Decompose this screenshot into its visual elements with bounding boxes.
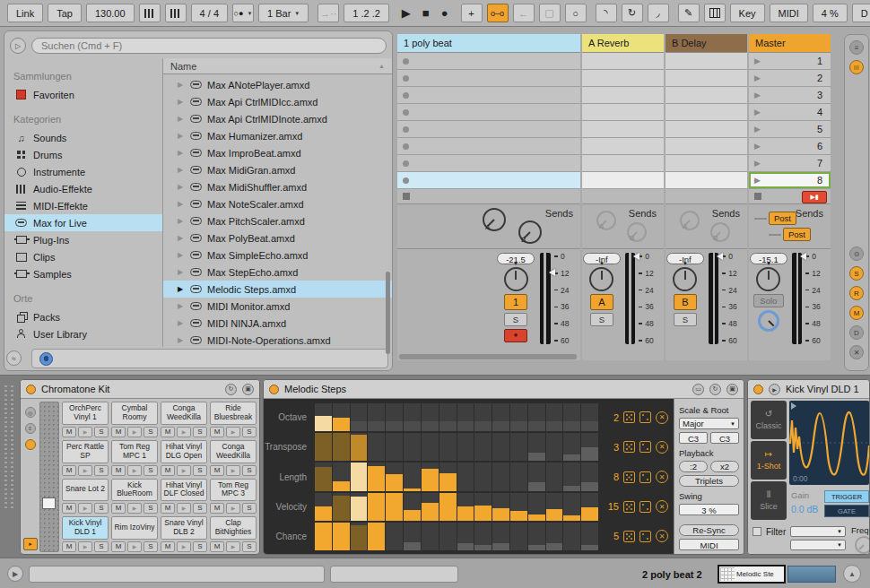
solo-button[interactable]: S [674,313,697,326]
trigger-mode-button[interactable]: TRIGGER [824,490,869,503]
arrangement-position-display[interactable]: 1 . 2 . 2 [344,4,389,22]
drum-pad-cymbal-roomy[interactable]: Cymbal RoomyM▶S [111,402,158,437]
step-cell[interactable] [510,493,527,521]
step-cell[interactable] [315,523,332,550]
post-toggle-button[interactable]: Post [769,212,796,225]
pad-preview-button[interactable]: ▶ [127,541,142,552]
file-row[interactable]: ▶Max ImproBeat.amxd [163,144,392,161]
step-cell[interactable] [422,463,439,490]
pad-solo-button[interactable]: S [94,541,109,552]
pad-mute-button[interactable]: M [210,465,224,476]
step-cell[interactable] [368,403,385,431]
clip-slot[interactable] [666,104,747,121]
punch-in-button[interactable]: ◝ [596,4,617,22]
step-cell[interactable] [404,433,421,461]
sidebar-item-packs[interactable]: Packs [4,308,162,325]
track-header-a-reverb[interactable]: A Reverb [582,34,664,53]
step-cell[interactable] [404,523,421,550]
scene-play-icon[interactable]: ▶ [754,91,761,99]
step-cell[interactable] [492,523,509,550]
drum-pad-conga-weedkilla[interactable]: Conga WeedKillaM▶S [161,402,207,437]
clear-row-icon[interactable]: ✕ [656,411,668,424]
step-cell[interactable] [439,523,457,550]
expand-arrow-icon[interactable]: ▶ [178,302,185,310]
send-a-knob[interactable]: A [596,211,616,230]
file-list-header[interactable]: Name ▲ [163,58,392,74]
arm-record-button[interactable]: ● [504,329,527,342]
scene-slot[interactable]: ▶3 [749,87,831,104]
step-cell[interactable] [563,523,580,550]
step-cell[interactable] [528,433,545,461]
step-cell[interactable] [422,403,439,431]
step-cell[interactable] [386,433,403,461]
pad-preview-button[interactable]: ▶ [78,465,92,476]
step-cell[interactable] [368,523,385,550]
draw-mode-button[interactable]: ✎ [678,4,700,22]
expand-arrow-icon[interactable]: ▶ [178,285,185,293]
scene-slot[interactable]: ▶6 [749,138,831,155]
clip-slot[interactable] [666,53,747,70]
step-cell[interactable] [474,523,492,550]
pad-solo-button[interactable]: S [94,465,109,476]
clear-row-icon[interactable]: ✕ [656,441,668,454]
resync-button[interactable]: Re-Sync [679,524,739,536]
show-mixer-strip-icon[interactable]: ||| [849,60,864,74]
clip-slot[interactable] [397,70,580,87]
drum-pad-orchperc-vinyl-1[interactable]: OrchPerc Vinyl 1M▶S [62,402,109,437]
step-cell[interactable] [528,523,545,550]
filter-checkbox[interactable] [753,527,761,536]
status-play-icon[interactable]: ▶ [7,566,23,582]
step-cell[interactable] [492,493,509,521]
clip-slot[interactable] [666,121,747,138]
show-io-icon[interactable]: ⊙ [849,246,864,261]
cpu-meter[interactable]: 4 % [813,4,848,22]
file-row[interactable]: ▶Max PolyBeat.amxd [163,229,392,246]
step-cell[interactable] [510,463,527,490]
step-cell[interactable] [386,493,403,521]
track-activator-button[interactable]: A [590,294,613,310]
step-cell[interactable] [457,403,474,431]
nudge-up-button[interactable] [165,4,187,22]
post-toggle-button[interactable]: Post [783,228,811,241]
tab-one-shot[interactable]: ↦1-Shot [751,441,787,480]
pad-preview-button[interactable]: ▶ [226,503,240,514]
pad-solo-button[interactable]: S [144,503,158,514]
step-cell[interactable] [333,493,350,521]
sidebar-item-samples[interactable]: Samples [4,265,162,282]
pad-bank-selector[interactable] [42,497,56,509]
pad-mute-button[interactable]: M [210,503,224,514]
step-cell[interactable] [474,463,492,490]
expand-arrow-icon[interactable]: ▶ [178,234,185,242]
step-cell[interactable] [492,463,509,490]
clear-row-icon[interactable]: ✕ [656,530,668,542]
file-row[interactable]: ▶Max Humanizer.amxd [163,127,392,144]
step-cell[interactable] [546,463,563,490]
clip-slot[interactable] [397,53,580,70]
step-cell[interactable] [333,433,350,461]
session-record-button[interactable]: ▢ [539,4,561,22]
step-cell[interactable] [351,493,368,521]
file-row[interactable]: ▶Max Api CtrlMIDInote.amxd [163,110,392,127]
expand-arrow-icon[interactable]: ▶ [178,200,185,208]
pad-preview-button[interactable]: ▶ [78,541,92,552]
pad-preview-button[interactable]: ▶ [127,503,142,514]
pad-preview-button[interactable]: ▶ [78,503,92,514]
randomize-all-icon[interactable] [623,471,635,483]
step-cell[interactable] [457,493,474,521]
hot-swap-icon[interactable]: ↻ [709,384,721,395]
step-cell[interactable] [333,463,350,490]
device-on-toggle[interactable] [26,385,36,394]
midi-button[interactable]: MIDI [679,539,739,550]
sample-preview-icon[interactable]: ▶ [769,384,780,395]
step-cell[interactable] [439,463,457,490]
step-cell[interactable] [563,463,580,490]
time-signature-field[interactable]: 4 / 4 [191,4,228,22]
stop-clips-icon[interactable] [403,193,410,200]
tab-classic[interactable]: ↺Classic [751,401,787,439]
volume-fader-handle[interactable] [633,253,639,260]
triplets-button[interactable]: Triplets [679,475,739,487]
track-header-1-poly-beat[interactable]: 1 poly beat [397,34,580,53]
expand-arrow-icon[interactable]: ▶ [178,149,185,157]
step-cell[interactable] [351,463,368,490]
step-cell[interactable] [439,433,457,461]
